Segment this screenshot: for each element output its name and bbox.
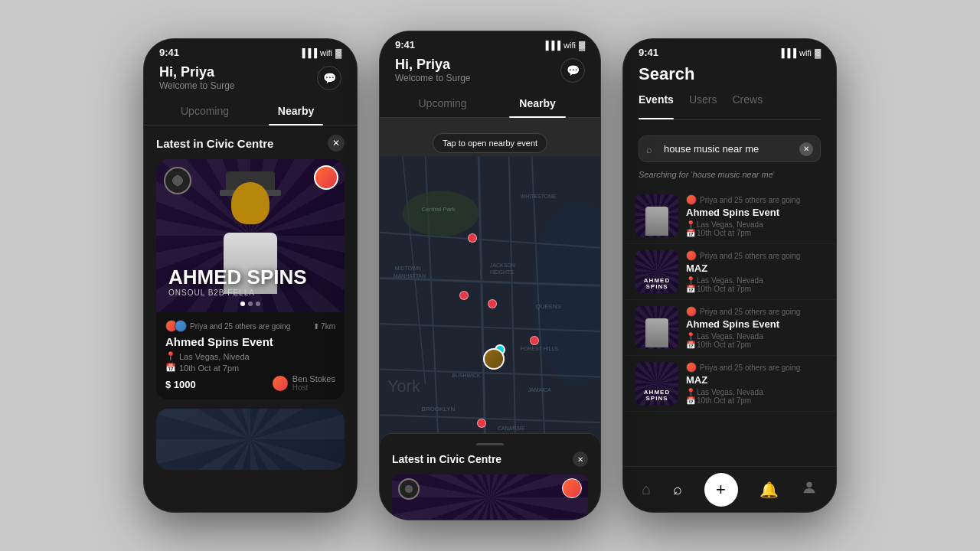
nav-home-3[interactable]: ⌂ bbox=[642, 481, 651, 498]
search-term-highlight-3: house music near me bbox=[693, 170, 773, 179]
subtitle-1: Welcome to Surge bbox=[159, 80, 235, 91]
result-going-3: Priya and 25 others are going bbox=[686, 306, 824, 317]
chat-icon-1[interactable]: 💬 bbox=[317, 66, 341, 90]
event-dot-4[interactable] bbox=[530, 336, 539, 345]
result-info-3: Priya and 25 others are going Ahmed Spin… bbox=[686, 306, 824, 349]
search-icon-3-nav: ⌕ bbox=[673, 481, 682, 498]
subtitle-2: Welcome to Surge bbox=[395, 73, 471, 83]
price-host-row-1: $ 1000 Ben Stokes Host bbox=[165, 374, 335, 392]
svg-text:QUEENS: QUEENS bbox=[536, 303, 562, 310]
signal-icon-3: ▐▐▐ bbox=[779, 48, 796, 57]
result-title-2: MAZ bbox=[686, 262, 824, 274]
tab-nearby-2[interactable]: Nearby bbox=[490, 90, 585, 117]
map-container-2: Central Park WHITESTONE MIDTOWN MANHATTA… bbox=[380, 118, 600, 520]
result-calendar-1: 📅 bbox=[686, 229, 695, 237]
search-tab-crews[interactable]: Crews bbox=[732, 93, 763, 112]
result-item-3[interactable]: Priya and 25 others are going Ahmed Spin… bbox=[623, 300, 836, 356]
result-mini-avatar-3 bbox=[686, 306, 697, 317]
sheet-title-2: Latest in Civic Centre bbox=[392, 453, 501, 465]
event-dot-3[interactable] bbox=[488, 299, 497, 308]
status-bar-1: 9:41 ▐▐▐ wifi ▓ bbox=[144, 39, 357, 61]
search-input-3[interactable] bbox=[639, 135, 821, 162]
tab-nearby-1[interactable]: Nearby bbox=[250, 97, 341, 125]
signal-icon-1: ▐▐▐ bbox=[299, 48, 317, 57]
signal-icon-2: ▐▐▐ bbox=[543, 41, 560, 50]
result-title-1: Ahmed Spins Event bbox=[686, 207, 824, 218]
preview-bg-2 bbox=[392, 474, 588, 520]
sheet-close-2[interactable]: ✕ bbox=[573, 452, 588, 467]
mini-avatar-2 bbox=[175, 320, 187, 332]
artist-subtitle-1: ONSOUL B2B FELLA bbox=[168, 289, 307, 297]
result-mini-avatar-4 bbox=[686, 362, 697, 373]
event-card-1[interactable]: AHMED SPINS ONSOUL B2B FELLA bbox=[156, 159, 345, 399]
status-time-2: 9:41 bbox=[395, 39, 415, 51]
result-location-3: 📍 Las Vegas, Nevada bbox=[686, 332, 824, 341]
search-header-3: Search Events Users Crews bbox=[623, 61, 836, 126]
status-icons-2: ▐▐▐ wifi ▓ bbox=[543, 41, 585, 50]
result-thumb-3 bbox=[635, 306, 678, 349]
record-badge-1 bbox=[164, 167, 191, 194]
search-tab-users[interactable]: Users bbox=[689, 93, 717, 112]
close-button-1[interactable]: ✕ bbox=[328, 135, 345, 152]
svg-text:Central Park: Central Park bbox=[422, 206, 456, 213]
tabs-2: Upcoming Nearby bbox=[380, 90, 600, 118]
result-going-avatars-2 bbox=[686, 250, 697, 261]
event-price-1: $ 1000 bbox=[165, 379, 196, 390]
add-icon-3[interactable]: + bbox=[704, 473, 738, 507]
wifi-icon-3: wifi bbox=[799, 48, 812, 57]
svg-text:HEIGHTS: HEIGHTS bbox=[490, 269, 514, 275]
searching-text-3: Searching for 'house music near me' bbox=[623, 167, 836, 185]
search-tab-events[interactable]: Events bbox=[639, 93, 674, 112]
nav-profile-3[interactable] bbox=[801, 479, 818, 500]
going-info-1: Priya and 25 others are going bbox=[165, 320, 290, 332]
status-bar-2: 9:41 ▐▐▐ wifi ▓ bbox=[380, 31, 600, 54]
result-thumb-2: AHMEDSPINS bbox=[635, 250, 678, 293]
result-thumb-1 bbox=[635, 194, 678, 237]
event-dot-1[interactable] bbox=[468, 233, 477, 243]
event-info-1: Priya and 25 others are going ⬆ 7km Ahme… bbox=[156, 312, 345, 399]
going-avatars-1 bbox=[165, 320, 184, 332]
search-icon-3: ⌕ bbox=[646, 143, 652, 155]
chat-icon-2[interactable]: 💬 bbox=[560, 58, 585, 83]
result-going-avatars-1 bbox=[686, 194, 697, 205]
avatar-badge-1 bbox=[314, 165, 338, 190]
tabs-1: Upcoming Nearby bbox=[144, 97, 357, 126]
svg-text:MIDTOWN: MIDTOWN bbox=[395, 266, 421, 271]
search-clear-button-3[interactable]: ✕ bbox=[799, 142, 813, 156]
event-dot-5[interactable] bbox=[477, 419, 486, 428]
result-item-2[interactable]: AHMEDSPINS Priya and 25 others are going… bbox=[623, 244, 836, 300]
result-going-4: Priya and 25 others are going bbox=[686, 362, 824, 373]
event-name-overlay-1: AHMED SPINS ONSOUL B2B FELLA bbox=[168, 266, 307, 297]
result-thumb-text-4: AHMEDSPINS bbox=[644, 390, 670, 405]
nav-search-3[interactable]: ⌕ bbox=[673, 481, 682, 498]
sheet-artist-preview-2 bbox=[392, 474, 588, 520]
host-avatar-1 bbox=[273, 376, 288, 391]
event-location-1: 📍 Las Vegas, Niveda bbox=[165, 351, 335, 361]
svg-text:BUSHWICK: BUSHWICK bbox=[452, 373, 481, 378]
host-row-1: Ben Stokes Host bbox=[273, 374, 335, 392]
nav-bell-3[interactable]: 🔔 bbox=[760, 481, 779, 499]
event-card-2-bg bbox=[156, 409, 345, 470]
result-item-4[interactable]: AHMEDSPINS Priya and 25 others are going… bbox=[623, 356, 836, 412]
event-card-2[interactable] bbox=[156, 409, 345, 470]
going-row-1: Priya and 25 others are going ⬆ 7km bbox=[165, 320, 335, 332]
nav-plus-3[interactable]: + bbox=[704, 473, 738, 507]
host-info-1: Ben Stokes Host bbox=[292, 374, 335, 392]
event-dot-2[interactable] bbox=[459, 291, 469, 300]
sheet-header-2: Latest in Civic Centre ✕ bbox=[392, 452, 588, 467]
tab-upcoming-1[interactable]: Upcoming bbox=[159, 97, 250, 125]
dot-3 bbox=[256, 302, 260, 306]
phone-3: 9:41 ▐▐▐ wifi ▓ Search Events Users Crew… bbox=[622, 38, 837, 513]
result-item-1[interactable]: Priya and 25 others are going Ahmed Spin… bbox=[623, 188, 836, 244]
result-date-4: 📅 10th Oct at 7pm bbox=[686, 396, 824, 405]
result-title-4: MAZ bbox=[686, 374, 824, 386]
status-time-3: 9:41 bbox=[639, 47, 658, 58]
svg-text:BROOKLYN: BROOKLYN bbox=[422, 406, 456, 412]
section-title-1: Latest in Civic Centre bbox=[156, 137, 273, 150]
tab-upcoming-2[interactable]: Upcoming bbox=[395, 90, 490, 117]
result-location-pin-4: 📍 bbox=[686, 388, 695, 396]
battery-icon-2: ▓ bbox=[579, 41, 585, 50]
result-info-4: Priya and 25 others are going MAZ 📍 Las … bbox=[686, 362, 824, 405]
result-mini-avatar-1 bbox=[686, 194, 697, 205]
battery-icon-1: ▓ bbox=[335, 48, 341, 57]
